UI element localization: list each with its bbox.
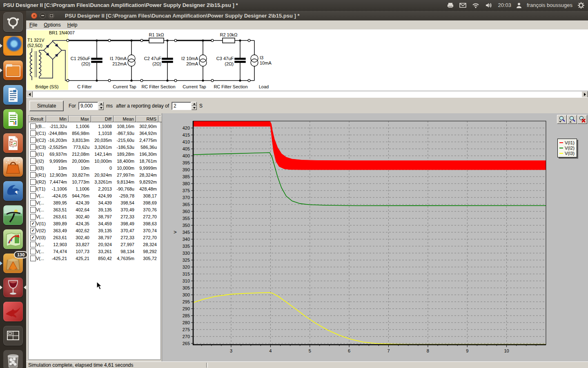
result-checkbox[interactable]: [30, 214, 36, 220]
zoom-in-button[interactable]: [557, 115, 567, 124]
result-checkbox[interactable]: ✓: [30, 235, 36, 240]
legend-label: V(I2): [565, 146, 575, 150]
section-label[interactable]: RC Filter Section: [210, 84, 251, 89]
result-checkbox[interactable]: [30, 165, 36, 171]
section-label[interactable]: Bridge (SS): [27, 84, 67, 89]
maximize-button[interactable]: [48, 13, 54, 19]
section-label[interactable]: C Filter: [68, 84, 101, 89]
launcher-item-thunderbird[interactable]: [3, 181, 23, 201]
column-header-result[interactable]: Result: [29, 116, 46, 122]
svg-text:320: 320: [183, 265, 190, 269]
launcher-item-trash[interactable]: [3, 350, 23, 368]
result-checkbox[interactable]: [30, 137, 36, 143]
legend-entry: V(I1): [559, 140, 575, 145]
menu-help[interactable]: Help: [64, 21, 81, 29]
minimize-button[interactable]: [40, 13, 46, 19]
launcher-item-workspace-switcher[interactable]: [3, 326, 23, 346]
section-label[interactable]: RC Filter Section: [138, 84, 179, 89]
gear-icon[interactable]: [577, 2, 585, 9]
result-value: 302,40: [69, 235, 91, 240]
results-table: Result Min Max Diff Mean RMS I(B...-211,…: [28, 115, 161, 360]
result-checkbox[interactable]: [30, 207, 36, 213]
delay-input[interactable]: 2: [172, 102, 191, 110]
column-header-mean[interactable]: Mean: [114, 116, 136, 122]
table-row: V(...363,51402,6439,135370,49370,76: [29, 206, 158, 213]
launcher-item-green-app[interactable]: [3, 205, 23, 225]
svg-text:415: 415: [183, 132, 190, 137]
launcher-item-firefox[interactable]: [3, 36, 23, 56]
status-message: Simulation complete, elapsed time 4,61 s…: [28, 362, 133, 368]
scroll-right-button[interactable]: [581, 91, 588, 98]
result-checkbox[interactable]: ✓: [30, 221, 36, 227]
schematic-canvas[interactable]: T1 321V (52,5Ω) BR1 1N4007 C1 250uF (2Ω)…: [26, 29, 588, 91]
chart-panel: 4204154104054003953903853803753703653603…: [162, 113, 588, 361]
result-value: 38,797: [91, 235, 114, 240]
simulate-button[interactable]: Simulate: [29, 101, 64, 111]
launcher-item-software-updater[interactable]: 130: [3, 254, 23, 273]
launcher-item-dash-home[interactable]: [3, 12, 23, 32]
voltage-chart[interactable]: 4204154104054003953903853803753703653603…: [162, 113, 588, 361]
launcher-item-impress[interactable]: [3, 133, 23, 153]
result-checkbox[interactable]: [30, 151, 36, 157]
result-name: V(...: [36, 214, 46, 219]
result-checkbox[interactable]: [30, 172, 36, 178]
result-checkbox[interactable]: [30, 186, 36, 192]
session-user[interactable]: françois boussuges: [527, 2, 572, 8]
delay-stepper[interactable]: [192, 102, 197, 110]
launcher-item-files[interactable]: [3, 61, 23, 80]
result-value: 20,035m: [91, 138, 114, 143]
launcher-item-eagle-app[interactable]: [3, 302, 23, 321]
svg-text:315: 315: [183, 272, 190, 276]
section-label[interactable]: Current Tap: [178, 84, 211, 89]
svg-text:6: 6: [348, 348, 350, 353]
result-checkbox[interactable]: [30, 179, 36, 185]
result-checkbox[interactable]: [30, 242, 36, 247]
result-checkbox[interactable]: [30, 249, 36, 254]
svg-text:295: 295: [183, 299, 190, 304]
result-checkbox[interactable]: [30, 158, 36, 164]
menu-options[interactable]: Options: [40, 21, 64, 29]
column-header-min[interactable]: Min: [46, 116, 69, 122]
printer-icon[interactable]: [447, 2, 454, 9]
svg-text:3: 3: [230, 348, 232, 353]
column-header-diff[interactable]: Diff: [91, 116, 114, 122]
result-value: 398,54: [114, 200, 136, 205]
section-label[interactable]: Current Tap: [108, 84, 141, 89]
launcher-item-calc[interactable]: [3, 109, 23, 129]
result-name: I(I1): [36, 152, 46, 157]
schematic-scrollbar[interactable]: [26, 91, 588, 97]
wifi-icon[interactable]: [472, 2, 480, 9]
result-value: 27,997m: [114, 173, 136, 177]
launcher-item-map-app[interactable]: [3, 229, 23, 249]
result-checkbox[interactable]: [30, 144, 36, 150]
result-checkbox[interactable]: [30, 130, 36, 136]
result-checkbox[interactable]: [30, 256, 36, 261]
section-label[interactable]: Load: [252, 84, 276, 89]
zoom-out-button[interactable]: [567, 115, 577, 124]
result-checkbox[interactable]: [30, 193, 36, 199]
duration-stepper[interactable]: [98, 102, 104, 110]
result-value: 20,924: [91, 242, 114, 247]
svg-text:310: 310: [183, 278, 190, 283]
launcher-item-software-center[interactable]: [3, 157, 23, 177]
impress-icon: [3, 133, 23, 153]
clock[interactable]: 20:03: [498, 2, 511, 8]
close-button[interactable]: ×: [31, 13, 37, 19]
result-checkbox[interactable]: [30, 123, 36, 129]
zoom-reset-button[interactable]: [577, 115, 587, 124]
result-checkbox[interactable]: [30, 200, 36, 206]
result-checkbox[interactable]: ✓: [30, 228, 36, 233]
column-header-rms[interactable]: RMS: [136, 116, 158, 122]
duration-input[interactable]: 9,000: [78, 102, 98, 110]
window-titlebar[interactable]: × PSU Designer II [C:\Program Files\Dunc…: [26, 11, 588, 20]
zoom-reset-icon: [579, 116, 586, 123]
menu-file[interactable]: File: [26, 21, 40, 29]
sound-icon[interactable]: [485, 2, 493, 9]
mail-icon[interactable]: [459, 2, 467, 9]
launcher-item-wine[interactable]: [3, 278, 23, 297]
result-value: 107,73: [69, 249, 91, 254]
launcher-item-writer[interactable]: [3, 85, 23, 105]
column-header-max[interactable]: Max: [69, 116, 91, 122]
table-row: I(C2)-16,203m3,8313m20,035m-215,60u2,477…: [29, 137, 158, 144]
scroll-left-button[interactable]: [26, 91, 33, 98]
